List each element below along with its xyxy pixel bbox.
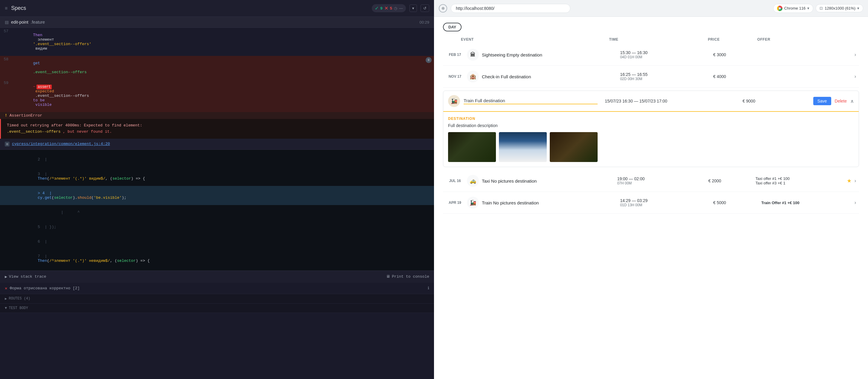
bottom-actions: ▶ View stack trace 🖥 Print to console [0, 271, 434, 283]
event-chevron-taxi[interactable]: › [855, 178, 856, 183]
test-body-expand-icon[interactable]: ▼ [5, 306, 7, 310]
size-badge: ⊡ 1280x1000 (61%) ▾ [816, 4, 863, 12]
error-selector: .event__section--offers [7, 130, 60, 134]
code-line-58: 58 get .event__section--offers 0 [0, 56, 434, 79]
event-icon-sightseeing: 🏛 [467, 49, 479, 61]
code-area: 57 Then элемент '.event__section--offers… [0, 28, 434, 379]
chrome-dropdown-icon[interactable]: ▾ [807, 6, 809, 10]
error-body: Timed out retrying after 4000ms: Expecte… [0, 119, 434, 139]
code-snippet-6: 6 | [0, 234, 434, 249]
collapse-event-icon[interactable]: ∧ [850, 98, 854, 104]
event-icon-train2: 🚂 [467, 197, 479, 209]
file-extension: .feature [31, 20, 45, 25]
destination-label: DESTINATION [448, 116, 854, 121]
day-filter-row: DAY [443, 23, 859, 31]
file-icon: ▤ [5, 20, 9, 25]
code-snippet-7: 7 | Then(/^элемент '(.*)' невидим$/, (se… [0, 249, 434, 268]
expanded-event-icon: 🚂 [448, 95, 460, 107]
stack-link[interactable]: ▤ cypress/integration/common/element.js:… [0, 139, 434, 150]
event-price-checkin: € 4000 [713, 74, 758, 79]
expanded-event-time-input[interactable] [605, 99, 739, 103]
event-name-checkin: Check-in Full destination [482, 74, 617, 79]
pass-count: 9 [380, 6, 382, 10]
dropdown-button[interactable]: ▾ [409, 4, 417, 12]
browser-panel: ⊕ http://localhost:8080/ Chrome 116 ▾ [434, 0, 868, 379]
code-caret: | ^ [0, 205, 434, 220]
delete-event-button[interactable]: Delete [835, 99, 847, 103]
print-to-console-button[interactable]: 🖥 Print to console [386, 274, 429, 279]
destination-photo-1 [448, 132, 496, 162]
event-time-taxi: 19:00 — 02:00 07H 00M [617, 176, 705, 185]
test-item-fail: ✕ Форма отрисована корректно [2] ℹ [0, 283, 434, 294]
save-event-button[interactable]: Save [813, 97, 831, 105]
event-price-taxi: € 2000 [708, 178, 752, 183]
event-date-apr19: APR 19 [446, 201, 464, 205]
event-icon-taxi: 🚕 [467, 175, 479, 187]
event-icon-checkin: 🏨 [467, 71, 479, 82]
expanded-event-price-input[interactable] [743, 99, 810, 103]
expanded-event-name-input[interactable] [464, 98, 598, 104]
event-row-taxi: JUL 16 🚕 Taxi No pictures destination 19… [443, 170, 859, 192]
destination-photo-2 [499, 132, 547, 162]
app-content: DAY EVENT TIME PRICE OFFER FEB 17 🏛 Sigh… [434, 17, 868, 379]
event-price-train2: € 5000 [713, 200, 758, 205]
top-bar: ≡ Specs ✓ 9 ✕ 5 ◷ — ▾ ↺ [0, 0, 434, 17]
app-title: Specs [11, 5, 26, 11]
event-price-sightseeing: € 3000 [713, 52, 758, 57]
routes-group: ▶ ROUTES (4) [0, 294, 434, 304]
specs-menu-icon: ≡ [5, 6, 7, 11]
test-body-group: ▼ TEST BODY [0, 304, 434, 313]
test-info-icon: ℹ [428, 286, 429, 290]
svg-point-2 [779, 7, 781, 9]
stack-expand-icon: ▶ [5, 274, 7, 279]
event-offers-taxi: Taxi offer #1 +€ 100 Taxi offer #3 +€ 1 [755, 176, 844, 185]
stack-path[interactable]: cypress/integration/common/element.js:4:… [12, 142, 110, 146]
expanded-card-header: 🚂 Save Delete ∧ [443, 91, 859, 112]
event-row-checkin: NOV 17 🏨 Check-in Full destination 16:25… [443, 66, 859, 88]
code-snippet-5: 5 | }); [0, 220, 434, 234]
timer: 00:29 [420, 20, 429, 25]
pending-icon: ◷ [394, 6, 397, 10]
destination-photo-3 [550, 132, 598, 162]
event-name-sightseeing: Sightseeing Empty destination [482, 52, 617, 57]
favorite-star-taxi[interactable]: ★ [847, 177, 851, 184]
event-time-sightseeing: 15:30 — 16:30 04D 01H 00M [620, 50, 710, 59]
line-badge-58: 0 [426, 57, 432, 63]
fail-count: 5 [390, 6, 392, 10]
destination-description: Full destination description [448, 123, 854, 128]
event-time-checkin: 16:25 — 16:55 02D 00H 30M [620, 72, 710, 81]
test-fail-label: Форма отрисована корректно [2] [9, 286, 80, 290]
event-time-train2: 14:29 — 03:29 01D 13H 00M [620, 198, 710, 207]
day-filter-button[interactable]: DAY [443, 23, 462, 31]
code-block: 2 | 3 | Then(/^элемент '(.*)' видим$/, (… [0, 150, 434, 271]
stack-file-icon: ▤ [5, 142, 9, 146]
event-date-feb17: FEB 17 [446, 53, 464, 57]
code-snippet-2: 2 | [0, 152, 434, 167]
compass-icon: ⊕ [439, 4, 447, 12]
browser-bar: ⊕ http://localhost:8080/ Chrome 116 ▾ [434, 0, 868, 17]
event-name-taxi: Taxi No pictures destination [482, 178, 614, 183]
file-header: ▤ edit-point .feature 00:29 [0, 17, 434, 28]
code-line-59: 59 −assert expected .event__section--off… [0, 79, 434, 112]
chrome-badge: Chrome 116 ▾ [773, 4, 813, 13]
col-header-event: EVENT [446, 37, 609, 41]
event-chevron-sightseeing[interactable]: › [855, 52, 856, 57]
size-label: 1280x1000 (61%) [825, 6, 856, 10]
print-icon: 🖥 [386, 274, 390, 279]
test-body-label: TEST BODY [9, 306, 28, 310]
routes-expand-icon[interactable]: ▶ [5, 297, 7, 301]
refresh-button[interactable]: ↺ [421, 4, 429, 12]
code-snippet-3: 3 | Then(/^элемент '(.*)' видим$/, (sele… [0, 167, 434, 186]
url-bar[interactable]: http://localhost:8080/ [451, 4, 570, 13]
error-message: Timed out retrying after 4000ms: Expecte… [7, 123, 428, 135]
size-dropdown-icon[interactable]: ▾ [857, 6, 859, 10]
col-header-time: TIME [609, 37, 708, 41]
event-chevron-train2[interactable]: › [855, 200, 856, 205]
event-chevron-checkin[interactable]: › [855, 74, 856, 79]
view-stack-trace[interactable]: ▶ View stack trace [5, 274, 46, 279]
code-snippet-4: > 4 | cy.get(selector).should('be.visibl… [0, 186, 434, 205]
chrome-icon [777, 6, 782, 11]
event-date-jul16: JUL 16 [446, 179, 464, 183]
event-offers-train2: Train Offer #1 +€ 100 [761, 201, 851, 205]
column-headers: EVENT TIME PRICE OFFER [443, 37, 859, 41]
